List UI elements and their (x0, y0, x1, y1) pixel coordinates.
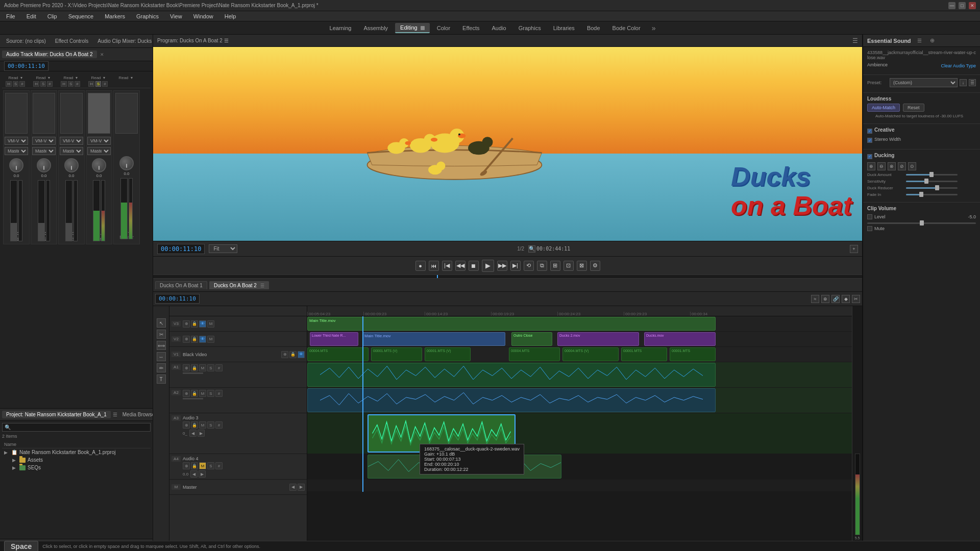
ch4-output-dropdown[interactable]: Master (87, 147, 111, 155)
transport-settings-btn[interactable]: ⚙ (590, 261, 600, 271)
master-btn1[interactable]: ◀ (289, 484, 297, 491)
tab-audio-track-mixer[interactable]: Audio Track Mixer: Ducks On A Boat 2 (2, 51, 97, 58)
tool-pen[interactable]: ✏ (157, 363, 166, 372)
a3-lock-btn[interactable]: 🔒 (191, 421, 198, 429)
a3-btn1[interactable]: ◀ (189, 430, 197, 437)
tab-source[interactable]: Source: (no clips) (2, 37, 50, 45)
tab-effect-controls[interactable]: Effect Controls (51, 37, 92, 45)
tl-marker-btn[interactable]: ◆ (842, 295, 850, 303)
seq-tab-1[interactable]: Ducks On A Boat 1 (155, 281, 207, 289)
master-pan-knob[interactable] (119, 156, 134, 170)
ch4-pan-knob[interactable] (92, 158, 106, 172)
ch3-pan-knob[interactable] (64, 158, 79, 172)
project-assets-item[interactable]: ▶ Assets (2, 456, 151, 464)
project-search-input[interactable] (2, 423, 151, 432)
tab-audio-clip-mixer[interactable]: Audio Clip Mixer: Ducks On A Boat 2 (93, 37, 153, 45)
clip-00001-mts2[interactable]: 00001.MTS (V) (425, 347, 471, 361)
transport-overwrite-btn[interactable]: ⊡ (564, 261, 574, 271)
clip-main-video[interactable]: Main Title.mov (307, 317, 716, 331)
transport-loop-btn[interactable]: ⟲ (524, 261, 534, 271)
tab-assembly[interactable]: Assembly (358, 23, 393, 33)
program-fit-dropdown[interactable]: Fit 25% 50% 100% (209, 244, 237, 253)
tab-bode[interactable]: Bode (582, 23, 605, 33)
ch3-hash-btn[interactable]: # (75, 81, 80, 87)
ch2-fader-track[interactable] (38, 180, 45, 241)
ch3-s-btn[interactable]: S (68, 81, 74, 87)
workspace-more-button[interactable]: » (652, 24, 656, 32)
v1-toggle-btn[interactable]: ⊕ (281, 351, 288, 358)
mute-checkbox[interactable] (867, 226, 872, 231)
ch4-fader-track[interactable] (93, 180, 100, 241)
ch4-input-dropdown[interactable]: VM-VAI... (87, 137, 111, 145)
tab-audio[interactable]: Audio (487, 23, 511, 33)
master-btn2[interactable]: ▶ (298, 484, 305, 491)
program-add-button[interactable]: + (850, 245, 858, 253)
preset-save-icon[interactable]: ↓ (960, 79, 967, 86)
a3-vol-btn[interactable]: # (215, 421, 223, 429)
menu-file[interactable]: File (4, 12, 17, 20)
close-button[interactable]: ✕ (969, 2, 976, 9)
transport-insert-btn[interactable]: ⊞ (550, 261, 560, 271)
audio-track-mixer-close-icon[interactable]: ✕ (100, 52, 104, 57)
ch1-pan-knob[interactable] (9, 158, 23, 172)
tool-ripple[interactable]: ⟺ (157, 341, 166, 350)
clip-00001-mts-v[interactable]: 00001.MTS (V) (371, 347, 422, 361)
timeline-timecode[interactable]: 00:00:11:10 (155, 294, 200, 304)
essential-sound-expand-icon[interactable]: ⊕ (930, 37, 935, 44)
ch2-output-dropdown[interactable]: Master (32, 147, 56, 155)
program-timecode-display[interactable]: 00:00:11:10 (157, 244, 205, 254)
a3-mute-btn[interactable]: M (199, 421, 206, 429)
ch1-fader-track[interactable] (10, 180, 17, 241)
program-monitor-menu-icon[interactable]: ☰ (852, 37, 858, 44)
zoom-out-btn[interactable]: 🔍 (528, 245, 535, 253)
clip-a1-audio[interactable] (307, 363, 716, 387)
tool-slip[interactable]: ↔ (157, 352, 166, 361)
tool-razor[interactable]: ✂ (157, 330, 166, 339)
v2-mute-btn[interactable]: M (207, 336, 214, 343)
tl-link-btn[interactable]: 🔗 (831, 295, 840, 303)
ch2-hash-btn[interactable]: # (47, 81, 52, 87)
duck-icon-4[interactable]: ⊘ (898, 162, 906, 170)
a4-btn1[interactable]: ◀ (190, 470, 198, 478)
tab-media-browser[interactable]: Media Browser (118, 411, 153, 418)
tool-type[interactable]: T (157, 374, 166, 384)
level-checkbox[interactable] (867, 214, 872, 219)
transport-export-btn[interactable]: ⊠ (577, 261, 587, 271)
menu-edit[interactable]: Edit (24, 12, 38, 20)
master-fader-track[interactable] (120, 178, 128, 239)
a3-btn2[interactable]: ▶ (198, 430, 205, 437)
sensitivity-slider[interactable] (906, 181, 958, 182)
ch2-s-btn[interactable]: S (40, 81, 46, 87)
project-root-item[interactable]: ▶ 📋 Nate Ransom Kickstarter Book_A_1.prp… (2, 448, 151, 456)
a1-solo-btn[interactable]: S (207, 364, 214, 371)
clip-00004-mts2[interactable]: 00004.MTS (509, 347, 560, 361)
transport-safe-margin-btn[interactable]: ⧉ (537, 261, 547, 271)
v2-lock-btn[interactable]: 🔒 (191, 336, 198, 343)
minimize-button[interactable]: — (948, 2, 955, 9)
a2-toggle-btn[interactable]: ⊕ (183, 390, 190, 397)
menu-sequence[interactable]: Sequence (66, 12, 96, 20)
transport-next-btn[interactable]: ▶| (510, 261, 521, 271)
menu-window[interactable]: Window (191, 12, 215, 20)
transport-prev-btn[interactable]: ⏮ (429, 261, 439, 271)
reset-btn[interactable]: Reset (903, 104, 924, 112)
tab-bode-color[interactable]: Bode Color (607, 23, 646, 33)
tab-editing[interactable]: Editing (395, 23, 430, 33)
transport-rewind-btn[interactable]: ◀◀ (455, 261, 465, 271)
a3-solo-btn[interactable]: S (207, 421, 214, 429)
ch4-s-btn[interactable]: S (95, 81, 101, 87)
duck-reducer-slider[interactable] (906, 187, 958, 189)
clip-ducks-fin[interactable]: Ducks.mov (644, 332, 716, 346)
a2-mute-btn[interactable]: M (199, 390, 206, 397)
clip-lower-third[interactable]: Lower Third Nate R... (310, 332, 358, 346)
menu-view[interactable]: View (168, 12, 184, 20)
ch3-fader-track[interactable] (65, 180, 72, 241)
clip-00004-mts[interactable]: 00004.MTS (307, 347, 369, 361)
v3-toggle-btn[interactable]: ⊕ (183, 320, 190, 328)
a4-vol-btn[interactable]: # (215, 462, 223, 469)
tl-trim-btn[interactable]: ✂ (852, 295, 860, 303)
tl-snap-btn[interactable]: ⊕ (821, 295, 829, 303)
ch1-output-dropdown[interactable]: Master (5, 147, 28, 155)
duck-icon-1[interactable]: ⊕ (867, 162, 875, 170)
level-slider[interactable] (867, 222, 976, 224)
